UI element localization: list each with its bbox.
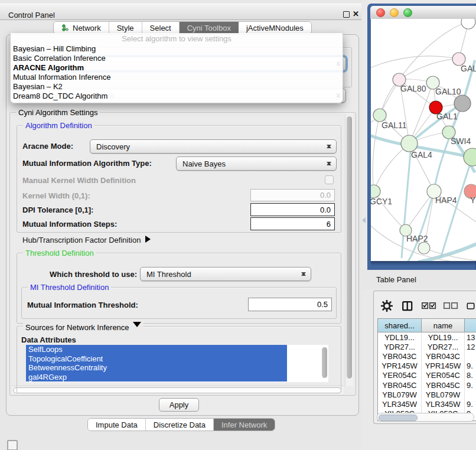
mi-threshold-field[interactable]: 0.5	[248, 298, 332, 311]
table-cell[interactable]: 8.	[465, 371, 476, 380]
network-canvas[interactable]: GALGAL80GAL10GAL1GAL11SWI4GAL4GCY1HAP4YH…	[371, 19, 476, 261]
table-toolbar	[380, 298, 476, 314]
close-icon[interactable]: ✕	[353, 9, 359, 18]
settings-vscrollbar[interactable]	[345, 115, 353, 386]
table-row[interactable]: YLR345WYLR345W9.	[378, 399, 476, 409]
node-GAL4[interactable]	[401, 135, 418, 152]
attribute-list-item[interactable]: gal4RGexp	[26, 373, 287, 382]
add-function-icon[interactable]	[467, 301, 475, 312]
table-cell[interactable]: YDL19...	[378, 332, 422, 342]
table-cell[interactable]: YBR043C	[422, 351, 465, 361]
attribute-list-item[interactable]: BetweennessCentrality	[26, 363, 287, 373]
hscroll-thumb[interactable]	[379, 415, 418, 421]
table-cell[interactable]: YBL079W	[378, 390, 422, 399]
control-panel: Control Panel ✕ Network Style Select Cyn…	[0, 0, 362, 450]
kernel-width-field[interactable]: 0.0	[250, 189, 335, 201]
table-cell[interactable]: 9.	[465, 399, 476, 409]
table-cell[interactable]: YBR043C	[378, 351, 422, 361]
tab-cyni-toolbox[interactable]: Cyni Toolbox	[180, 22, 239, 34]
table-hscrollbar[interactable]	[377, 413, 474, 422]
table-cell[interactable]: YBR045C	[422, 380, 465, 390]
algorithm-option[interactable]: Mutual Information Inference	[11, 73, 343, 82]
table-row[interactable]: YPR145WYPR145W9.	[378, 361, 476, 371]
node-gray[interactable]	[454, 95, 471, 112]
sources-expander[interactable]: Sources for Network Inference	[23, 322, 144, 332]
table-cell[interactable]: YPR145W	[378, 361, 422, 371]
zoom-traffic-light[interactable]	[403, 8, 412, 17]
table-row[interactable]: YDL19...YDL19...13	[378, 332, 476, 342]
tab-style[interactable]: Style	[109, 22, 142, 34]
node-GAL11[interactable]	[373, 109, 386, 122]
hub-definition-expander[interactable]: Hub/Transcription Factor Definition	[22, 236, 154, 244]
split-columns-icon[interactable]	[402, 301, 413, 311]
table-cell[interactable]: YER054C	[378, 371, 422, 380]
node[interactable]	[418, 242, 430, 254]
list-vscroll-thumb[interactable]	[322, 347, 327, 378]
tab-infer-network[interactable]: Infer Network	[214, 419, 275, 431]
gear-icon[interactable]	[381, 300, 393, 312]
node-label: Y	[470, 195, 476, 205]
node-table: shared... name YDL19...YDL19...13YDR27..…	[377, 318, 476, 421]
deselect-all-columns-icon[interactable]	[444, 302, 458, 309]
attribute-list-item[interactable]: TopologicalCoefficient	[26, 354, 287, 364]
column-header-name[interactable]: name	[422, 319, 465, 332]
algorithm-option[interactable]: Bayesian – K2	[11, 82, 343, 92]
table-cell[interactable]: YPR145W	[422, 361, 465, 371]
manual-kernel-label: Manual Kernel Width Definition	[22, 176, 136, 185]
aracne-mode-combo[interactable]: Discovery	[90, 139, 337, 154]
table-cell[interactable]: 9.	[465, 380, 476, 390]
table-row[interactable]: YER054CYER054C8.	[378, 371, 476, 380]
node[interactable]	[464, 148, 476, 166]
which-threshold-combo[interactable]: MI Threshold	[140, 267, 311, 281]
mi-type-combo[interactable]: Naive Bayes	[176, 156, 337, 171]
data-attributes-list[interactable]: SelfLoopsTopologicalCoefficientBetweenne…	[26, 345, 328, 382]
manual-kernel-checkbox[interactable]	[325, 175, 334, 184]
close-traffic-light[interactable]	[376, 8, 385, 17]
column-header-clipped[interactable]	[465, 319, 476, 332]
algorithm-option[interactable]: Bayesian – Hill Climbing	[11, 44, 343, 54]
vscroll-thumb[interactable]	[347, 116, 352, 379]
node[interactable]	[461, 19, 475, 29]
mi-steps-field[interactable]: 6	[250, 217, 335, 230]
table-row[interactable]: YDR27...YDR27...12	[378, 342, 476, 351]
minimized-panel-icon[interactable]	[7, 440, 18, 450]
table-cell[interactable]: YDR27...	[378, 342, 422, 351]
network-window-titlebar[interactable]	[370, 6, 476, 19]
tab-jactivemnodules[interactable]: jActiveMNodules	[239, 22, 311, 34]
table-cell[interactable]: 9.	[465, 361, 476, 371]
float-window-icon[interactable]	[343, 11, 350, 18]
splitpane-collapse-icon[interactable]	[359, 217, 366, 223]
table-cell[interactable]: YDL19...	[422, 332, 465, 342]
algorithm-option[interactable]: Dream8 DC_TDC Algorithm	[11, 92, 343, 101]
mi-threshold-label: Mutual Information Threshold:	[27, 301, 138, 309]
tab-label: jActiveMNodules	[246, 24, 304, 32]
expand-down-icon	[133, 322, 141, 331]
algorithm-option[interactable]: ARACNE Algorithm	[11, 63, 343, 73]
select-all-columns-icon[interactable]	[422, 302, 436, 309]
algorithm-option[interactable]: Basic Correlation Inference	[11, 54, 343, 63]
column-header-shared-name[interactable]: shared...	[378, 319, 422, 332]
table-cell[interactable]	[465, 351, 476, 361]
table-row[interactable]: YBL079WYBL079W	[378, 390, 476, 399]
node-GCY1[interactable]	[371, 185, 380, 198]
window-shadow	[371, 261, 476, 266]
dpi-tolerance-field[interactable]: 0.0	[250, 203, 335, 216]
table-row[interactable]: YBR045CYBR045C9.	[378, 380, 476, 390]
tab-discretize-data[interactable]: Discretize Data	[146, 419, 214, 431]
table-cell[interactable]: YLR345W	[378, 399, 422, 409]
table-cell[interactable]: YBR045C	[378, 380, 422, 390]
apply-button[interactable]: Apply	[159, 398, 199, 412]
table-cell[interactable]: YDR27...	[422, 342, 465, 351]
minimize-traffic-light[interactable]	[390, 8, 399, 17]
tab-select[interactable]: Select	[142, 22, 180, 34]
tab-impute-data[interactable]: Impute Data	[88, 419, 146, 431]
table-cell[interactable]: 13	[465, 332, 476, 342]
table-cell[interactable]: 12	[465, 342, 476, 351]
attribute-list-item[interactable]: SelfLoops	[26, 345, 287, 354]
table-row[interactable]: YBR043CYBR043C	[378, 351, 476, 361]
table-cell[interactable]: YLR345W	[422, 399, 465, 409]
tab-network[interactable]: Network	[54, 22, 109, 34]
table-cell[interactable]: YER054C	[422, 371, 465, 380]
table-cell[interactable]	[465, 390, 476, 399]
table-cell[interactable]: YBL079W	[422, 390, 465, 399]
